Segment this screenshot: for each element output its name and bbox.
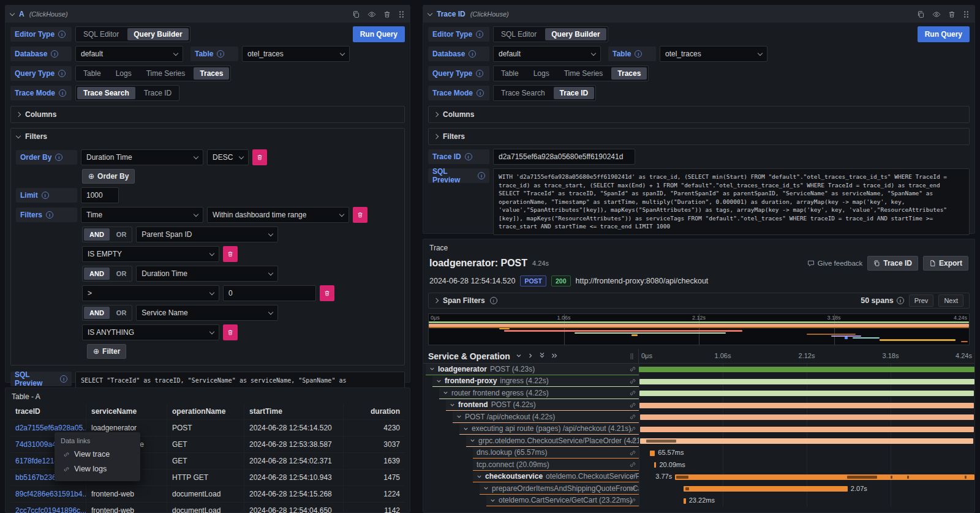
columns-section-header[interactable]: Columns [429, 107, 969, 122]
span-bar[interactable] [640, 438, 973, 444]
query-builder-option[interactable]: Query Builder [127, 28, 188, 40]
span-gantt-cell[interactable]: 65.57ms [639, 447, 974, 460]
col-operationname[interactable]: operationName [167, 403, 244, 419]
span-row[interactable]: checkoutserviceoteldemo.CheckoutService/… [423, 471, 974, 484]
info-icon[interactable]: i [476, 70, 483, 77]
remove-filter4-button[interactable] [223, 324, 238, 340]
filter4-op-select[interactable]: IS ANYTHING [82, 324, 219, 340]
info-icon[interactable]: i [469, 50, 476, 58]
table-select[interactable]: otel_traces [660, 46, 767, 62]
filters-section-header[interactable]: Filters [11, 129, 404, 144]
info-icon[interactable]: i [58, 31, 66, 38]
view-trace-link[interactable]: View trace [55, 447, 140, 462]
info-icon[interactable]: i [55, 154, 62, 161]
filter3-field-select[interactable]: Duration Time [136, 266, 278, 282]
filter3-value-input[interactable] [223, 285, 316, 301]
query-type-logs[interactable]: Logs [108, 66, 139, 81]
query-type-table[interactable]: Table [494, 66, 526, 81]
span-bar[interactable] [639, 379, 974, 384]
expand-one-icon[interactable] [527, 352, 533, 361]
chevron-down-icon[interactable] [443, 390, 448, 395]
span-row[interactable]: prepareOrderItemsAndShippingQuoteFromCar… [423, 483, 974, 495]
col-starttime[interactable]: startTime [244, 403, 344, 419]
or-option[interactable]: OR [111, 266, 132, 281]
add-order-by-button[interactable]: ⊕Order By [82, 169, 135, 184]
chevron-down-icon[interactable] [470, 438, 475, 443]
give-feedback-link[interactable]: Give feedback [807, 260, 863, 267]
span-row[interactable]: executing api route (pages) /api/checkou… [423, 424, 974, 436]
sql-editor-option[interactable]: SQL Editor [494, 27, 544, 42]
link-icon[interactable] [629, 449, 636, 459]
span-gantt-cell[interactable] [639, 400, 974, 412]
trace-id-link[interactable]: 89cf4286e631591b4... [10, 486, 86, 502]
trash-icon[interactable] [383, 10, 391, 18]
span-row[interactable]: oteldemo.CartService/GetCart (23.22ms)23… [423, 495, 974, 507]
info-icon[interactable]: i [476, 31, 483, 38]
span-gantt-cell[interactable] [639, 388, 974, 400]
span-row[interactable]: router frontend egress (4.22s) [423, 388, 974, 400]
span-row[interactable]: frontendPOST (4.22s) [423, 400, 974, 412]
link-icon[interactable] [629, 389, 636, 399]
remove-order-by-button[interactable] [252, 149, 267, 165]
link-icon[interactable] [629, 365, 636, 375]
span-bar[interactable] [650, 451, 655, 456]
trace-id-option[interactable]: Trace ID [137, 86, 179, 100]
info-icon[interactable]: i [477, 89, 484, 97]
link-icon[interactable] [629, 473, 636, 482]
col-duration[interactable]: duration [344, 403, 405, 419]
filter4-field-select[interactable]: Service Name [136, 305, 278, 321]
span-bar[interactable] [639, 403, 974, 408]
chevron-down-icon[interactable] [477, 474, 482, 479]
trace-id-link[interactable]: 2cc7ccfc01941896c... [10, 503, 86, 513]
run-query-button[interactable]: Run Query [918, 26, 970, 42]
info-icon[interactable]: i [46, 211, 53, 219]
filter1-op-select[interactable]: Within dashboard time range [207, 207, 349, 223]
run-query-button[interactable]: Run Query [353, 26, 405, 42]
info-icon[interactable]: i [60, 375, 67, 383]
info-icon[interactable]: i [217, 50, 224, 58]
query-panel-trace-id-header[interactable]: Trace ID (ClickHouse) [423, 6, 974, 23]
span-row[interactable]: POST /api/checkout (4.22s) [423, 411, 974, 424]
info-icon[interactable]: i [478, 172, 485, 179]
trace-search-option[interactable]: Trace Search [494, 86, 552, 100]
link-icon[interactable] [629, 461, 636, 470]
next-button[interactable]: Next [938, 294, 963, 307]
link-icon[interactable] [629, 413, 636, 422]
span-bar[interactable] [684, 486, 847, 492]
filter2-op-select[interactable]: IS EMPTY [82, 246, 219, 262]
trace-search-option[interactable]: Trace Search [77, 87, 135, 99]
info-icon[interactable]: i [51, 50, 58, 58]
query-type-logs[interactable]: Logs [526, 66, 557, 81]
chevron-down-icon[interactable] [456, 414, 462, 419]
database-select[interactable]: default [75, 46, 183, 62]
link-icon[interactable] [629, 378, 636, 387]
and-option[interactable]: AND [84, 307, 110, 319]
and-option[interactable]: AND [84, 268, 110, 280]
span-gantt-cell[interactable]: 3.77s [639, 471, 974, 484]
span-row[interactable]: tcp.connect (20.09ms)20.09ms [423, 459, 974, 471]
info-icon[interactable]: i [465, 153, 472, 160]
chevron-down-icon[interactable] [428, 10, 432, 15]
filters-section-header[interactable]: Filters [429, 129, 969, 144]
and-option[interactable]: AND [84, 228, 110, 241]
span-gantt-cell[interactable] [639, 435, 974, 447]
info-icon[interactable]: i [59, 89, 66, 97]
span-row[interactable]: loadgeneratorPOST (4.23s) [423, 364, 974, 376]
trace-id-input[interactable] [493, 149, 635, 165]
eye-icon[interactable] [932, 10, 941, 18]
export-button[interactable]: Export [923, 256, 968, 271]
add-filter-button[interactable]: ⊕Filter [87, 344, 126, 359]
filter1-field-select[interactable]: Time [81, 207, 203, 223]
span-bar[interactable] [639, 367, 974, 372]
drag-handle-icon[interactable] [398, 10, 405, 18]
trash-icon[interactable] [948, 10, 956, 18]
span-bar[interactable] [640, 427, 974, 432]
span-gantt-cell[interactable]: 2.07s [639, 483, 974, 495]
info-icon[interactable]: i [897, 297, 904, 304]
query-panel-a-header[interactable]: A (ClickHouse) [6, 6, 410, 23]
link-icon[interactable] [629, 425, 636, 435]
duplicate-icon[interactable] [917, 10, 925, 18]
collapse-one-icon[interactable] [516, 352, 522, 361]
query-type-traces[interactable]: Traces [194, 67, 229, 80]
table-select[interactable]: otel_traces [242, 46, 350, 62]
